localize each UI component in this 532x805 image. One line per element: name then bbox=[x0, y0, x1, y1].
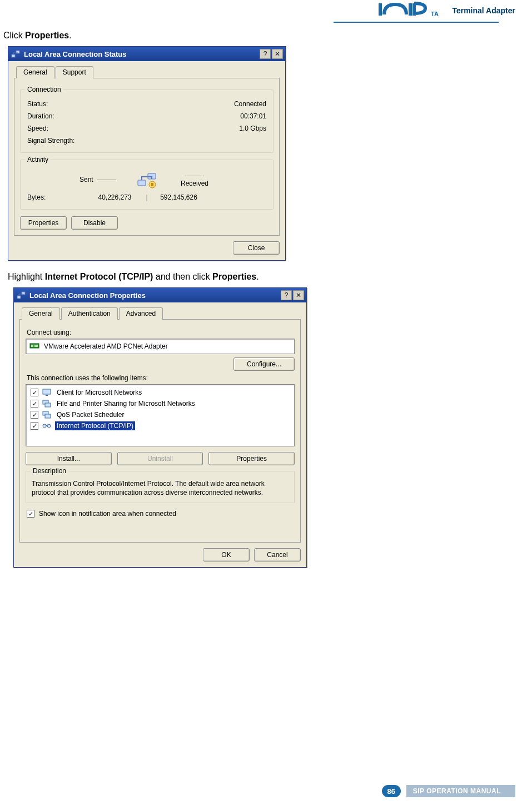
received-label: Received bbox=[171, 172, 218, 187]
received-label-text: Received bbox=[181, 180, 208, 187]
svg-rect-3 bbox=[12, 54, 15, 57]
configure-button[interactable]: Configure... bbox=[233, 357, 295, 371]
list-item-label: File and Printer Sharing for Microsoft N… bbox=[55, 399, 197, 408]
instr1-bold: Properties bbox=[25, 31, 69, 40]
description-legend: Description bbox=[31, 467, 68, 475]
speed-label: Speed: bbox=[27, 125, 48, 132]
item-checkbox[interactable]: ✓ bbox=[31, 400, 38, 408]
description-text: Transmission Control Protocol/Internet P… bbox=[32, 479, 289, 497]
brand-text: Terminal Adapter bbox=[452, 6, 515, 15]
instruction-step-2: Highlight Internet Protocol (TCP/IP) and… bbox=[8, 272, 532, 282]
network-activity-icon bbox=[123, 170, 171, 189]
instr2-suffix: . bbox=[256, 272, 258, 281]
show-icon-label: Show icon in notification area when conn… bbox=[39, 510, 176, 518]
close-button[interactable]: Close bbox=[233, 241, 280, 255]
instr2-mid: and then click bbox=[153, 272, 212, 281]
signal-strength-label: Signal Strength: bbox=[27, 137, 74, 145]
received-bytes-value: 592,145,626 bbox=[150, 193, 208, 201]
instr1-suffix: . bbox=[69, 31, 71, 40]
status-dialog-titlebar[interactable]: Local Area Connection Status ? ✕ bbox=[8, 47, 285, 61]
close-icon[interactable]: ✕ bbox=[272, 49, 283, 59]
list-item[interactable]: ✓File and Printer Sharing for Microsoft … bbox=[29, 398, 291, 409]
duration-value: 00:37:01 bbox=[240, 112, 266, 120]
sent-label-text: Sent bbox=[79, 176, 93, 183]
item-checkbox[interactable]: ✓ bbox=[31, 389, 38, 396]
monitor-icon bbox=[42, 388, 52, 397]
activity-group: Activity Sent bbox=[20, 160, 274, 210]
connect-using-label: Connect using: bbox=[27, 329, 295, 336]
show-icon-checkbox[interactable]: ✓ bbox=[27, 510, 34, 518]
instr2-prefix: Highlight bbox=[8, 272, 45, 281]
properties-tab-panel: Connect using: VMware Accelerated AMD PC… bbox=[19, 319, 301, 543]
sent-label: Sent bbox=[75, 176, 123, 183]
description-group: Description Transmission Control Protoco… bbox=[26, 471, 295, 503]
adapter-field[interactable]: VMware Accelerated AMD PCNet Adapter bbox=[26, 339, 295, 354]
bytes-label: Bytes: bbox=[27, 193, 86, 201]
status-value: Connected bbox=[234, 100, 266, 108]
svg-rect-1 bbox=[409, 3, 412, 16]
adapter-name: VMware Accelerated AMD PCNet Adapter bbox=[44, 342, 168, 350]
item-checkbox[interactable]: ✓ bbox=[31, 411, 38, 419]
connection-icon bbox=[11, 49, 21, 59]
svg-rect-8 bbox=[151, 183, 153, 186]
share-icon bbox=[42, 399, 52, 408]
brand: TA Terminal Adapter bbox=[379, 1, 515, 19]
properties-dialog: Local Area Connection Properties ? ✕ Gen… bbox=[13, 287, 307, 568]
instruction-step-1: Click Properties. bbox=[3, 31, 532, 41]
page-number-badge: 86 bbox=[382, 785, 401, 797]
items-label: This connection uses the following items… bbox=[27, 374, 295, 382]
status-label: Status: bbox=[27, 100, 48, 108]
svg-rect-15 bbox=[46, 395, 48, 396]
connection-items-list[interactable]: ✓Client for Microsoft Networks✓File and … bbox=[26, 384, 295, 446]
tab-advanced[interactable]: Advanced bbox=[119, 307, 163, 320]
connection-icon bbox=[16, 290, 26, 300]
list-item[interactable]: ✓Client for Microsoft Networks bbox=[29, 387, 291, 398]
svg-rect-5 bbox=[138, 180, 146, 186]
properties-dialog-titlebar[interactable]: Local Area Connection Properties ? ✕ bbox=[14, 288, 306, 302]
instr2-bold2: Properties bbox=[212, 272, 256, 281]
list-item-label: QoS Packet Scheduler bbox=[55, 410, 126, 419]
share-icon bbox=[42, 410, 52, 419]
help-button[interactable]: ? bbox=[281, 290, 292, 300]
svg-rect-19 bbox=[45, 414, 51, 418]
sent-bytes-value: 40,226,273 bbox=[86, 193, 144, 201]
tab-general[interactable]: General bbox=[22, 307, 60, 320]
connection-legend: Connection bbox=[25, 86, 63, 93]
close-icon[interactable]: ✕ bbox=[293, 290, 304, 300]
list-item-label: Internet Protocol (TCP/IP) bbox=[55, 421, 135, 430]
disable-button[interactable]: Disable bbox=[71, 216, 118, 230]
status-dialog: Local Area Connection Status ? ✕ General… bbox=[8, 46, 286, 261]
svg-rect-12 bbox=[31, 345, 33, 347]
properties-button[interactable]: Properties bbox=[20, 216, 67, 230]
list-item[interactable]: ✓Internet Protocol (TCP/IP) bbox=[29, 420, 291, 431]
item-properties-button[interactable]: Properties bbox=[208, 452, 295, 465]
svg-rect-14 bbox=[43, 389, 51, 394]
instr2-bold1: Internet Protocol (TCP/IP) bbox=[45, 272, 153, 281]
tab-support[interactable]: Support bbox=[56, 66, 93, 78]
uninstall-button[interactable]: Uninstall bbox=[117, 452, 203, 465]
svg-rect-17 bbox=[45, 403, 51, 407]
svg-rect-13 bbox=[34, 345, 38, 347]
duration-label: Duration: bbox=[27, 112, 54, 120]
properties-dialog-title: Local Area Connection Properties bbox=[29, 291, 281, 300]
connection-group: Connection Status: Connected Duration: 0… bbox=[20, 90, 274, 153]
help-button[interactable]: ? bbox=[260, 49, 271, 59]
svg-text:TA: TA bbox=[431, 11, 439, 17]
instr1-prefix: Click bbox=[3, 31, 25, 40]
tab-general[interactable]: General bbox=[16, 66, 54, 78]
ok-button[interactable]: OK bbox=[203, 548, 250, 561]
svg-point-21 bbox=[47, 424, 51, 428]
cancel-button[interactable]: Cancel bbox=[254, 548, 301, 561]
brand-underline bbox=[334, 22, 499, 23]
status-dialog-title: Local Area Connection Status bbox=[24, 50, 260, 58]
svg-rect-9 bbox=[17, 296, 21, 299]
adapter-icon bbox=[29, 342, 39, 351]
page-header: TA Terminal Adapter bbox=[0, 0, 532, 23]
item-checkbox[interactable]: ✓ bbox=[31, 422, 38, 430]
install-button[interactable]: Install... bbox=[26, 452, 112, 465]
tab-authentication[interactable]: Authentication bbox=[61, 307, 118, 320]
sip-logo-icon: TA bbox=[379, 1, 449, 19]
speed-value: 1.0 Gbps bbox=[239, 125, 266, 132]
svg-rect-0 bbox=[379, 3, 382, 16]
list-item[interactable]: ✓QoS Packet Scheduler bbox=[29, 409, 291, 420]
